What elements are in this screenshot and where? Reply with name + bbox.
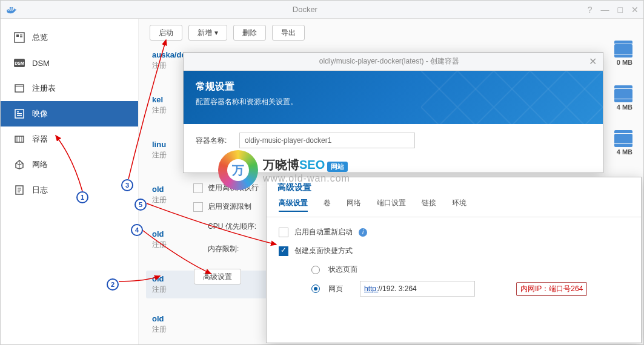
launch-button[interactable]: 启动 bbox=[150, 25, 182, 41]
callout-3: 3 bbox=[121, 179, 133, 191]
svg-rect-0 bbox=[15, 33, 24, 42]
tab-volume[interactable]: 卷 bbox=[324, 198, 331, 212]
create-container-modal: oldiy/music-player-docker(latest) - 创建容器… bbox=[183, 52, 603, 173]
overview-icon bbox=[14, 32, 25, 43]
tab-network[interactable]: 网络 bbox=[347, 198, 361, 212]
add-button[interactable]: 新增 ▾ bbox=[188, 25, 227, 41]
svg-rect-1 bbox=[16, 34, 19, 37]
docker-logo-icon bbox=[5, 5, 18, 14]
banner-subtext: 配置容器名称和资源相关设置。 bbox=[196, 97, 591, 107]
tab-env[interactable]: 环境 bbox=[452, 198, 466, 212]
sidebar-label: DSM bbox=[32, 59, 50, 68]
banner-heading: 常规设置 bbox=[196, 80, 591, 93]
export-button[interactable]: 导出 bbox=[272, 25, 305, 41]
image-icon bbox=[14, 108, 25, 119]
network-icon bbox=[14, 159, 25, 170]
sidebar-item-image[interactable]: 映像 bbox=[1, 101, 138, 126]
image-size: 0 MB bbox=[617, 59, 632, 66]
status-page-label: 状态页面 bbox=[328, 264, 357, 275]
sidebar-label: 日志 bbox=[32, 185, 48, 196]
container-icon bbox=[14, 134, 25, 145]
web-label: 网页 bbox=[328, 284, 351, 294]
sidebar-item-container[interactable]: 容器 bbox=[1, 126, 138, 152]
sidebar-item-dsm[interactable]: DSMDSM bbox=[1, 50, 138, 76]
container-name-input[interactable] bbox=[239, 133, 415, 148]
svg-rect-9 bbox=[17, 113, 22, 114]
image-size: 4 MB bbox=[617, 104, 632, 111]
auto-restart-checkbox[interactable] bbox=[279, 228, 288, 237]
shortcut-checkbox[interactable] bbox=[279, 246, 288, 256]
auto-restart-label: 启用自动重新启动 bbox=[294, 227, 353, 237]
info-icon[interactable]: i bbox=[359, 228, 367, 237]
cpu-label: CPU 优先顺序: bbox=[208, 222, 259, 232]
callout-1: 1 bbox=[76, 191, 88, 203]
callout-5: 5 bbox=[134, 199, 147, 211]
chevron-down-icon: ▾ bbox=[214, 28, 218, 37]
advanced-settings-panel: 高级设置 高级设置 卷 网络 端口设置 链接 环境 启用自动重新启动 i 创建桌… bbox=[266, 177, 642, 343]
ip-port-note: 内网IP：端口号264 bbox=[516, 282, 587, 296]
web-radio[interactable] bbox=[311, 284, 320, 293]
maximize-icon[interactable]: □ bbox=[618, 5, 623, 15]
svg-text:DSM: DSM bbox=[15, 61, 24, 65]
mem-label: 内存限制: bbox=[208, 244, 259, 254]
sidebar-item-registry[interactable]: 注册表 bbox=[1, 76, 138, 101]
svg-rect-8 bbox=[17, 111, 19, 113]
sidebar-label: 注册表 bbox=[32, 83, 56, 94]
container-name-label: 容器名称: bbox=[196, 136, 232, 146]
tab-advanced[interactable]: 高级设置 bbox=[279, 198, 308, 212]
sidebar-label: 容器 bbox=[32, 134, 48, 145]
sidebar-item-log[interactable]: 日志 bbox=[1, 177, 138, 203]
titlebar: Docker ? — □ ✕ bbox=[1, 1, 643, 19]
dsm-icon: DSM bbox=[14, 58, 25, 68]
disk-icon bbox=[614, 89, 632, 99]
tab-link[interactable]: 链接 bbox=[422, 198, 436, 212]
resource-limit-checkbox[interactable] bbox=[193, 202, 203, 212]
window-title: Docker bbox=[22, 5, 588, 14]
close-icon[interactable]: ✕ bbox=[631, 5, 639, 15]
privilege-label: 使用高权限执行 bbox=[208, 183, 259, 193]
modal-titlebar: oldiy/music-player-docker(latest) - 创建容器… bbox=[184, 53, 603, 71]
svg-rect-3 bbox=[20, 36, 22, 38]
tab-port[interactable]: 端口设置 bbox=[377, 198, 406, 212]
modal-banner: 常规设置 配置容器名称和资源相关设置。 bbox=[184, 71, 603, 124]
minimize-icon[interactable]: — bbox=[601, 5, 609, 15]
advanced-settings-button[interactable]: 高级设置 bbox=[194, 269, 241, 284]
resource-limit-label: 启用资源限制 bbox=[208, 202, 251, 212]
help-icon[interactable]: ? bbox=[588, 5, 593, 15]
panel-title: 高级设置 bbox=[267, 177, 641, 198]
callout-4: 4 bbox=[131, 224, 143, 236]
registry-icon bbox=[14, 83, 25, 94]
sidebar: 总览 DSMDSM 注册表 映像 容器 网络 日志 bbox=[1, 19, 139, 344]
status-page-radio[interactable] bbox=[311, 266, 320, 274]
svg-rect-6 bbox=[15, 85, 24, 92]
svg-rect-2 bbox=[20, 34, 22, 36]
delete-button[interactable]: 删除 bbox=[233, 25, 266, 41]
disk-icon bbox=[614, 44, 632, 54]
sidebar-label: 总览 bbox=[32, 32, 48, 43]
url-input[interactable]: http://192. 3:264 bbox=[360, 281, 475, 297]
sidebar-item-overview[interactable]: 总览 bbox=[1, 25, 138, 50]
callout-2: 2 bbox=[107, 278, 119, 291]
disk-icon bbox=[614, 134, 632, 143]
tabs: 高级设置 卷 网络 端口设置 链接 环境 bbox=[267, 198, 641, 217]
log-icon bbox=[14, 185, 25, 196]
sidebar-item-network[interactable]: 网络 bbox=[1, 152, 138, 177]
modal-title: oldiy/music-player-docker(latest) - 创建容器 bbox=[190, 56, 589, 67]
sidebar-label: 网络 bbox=[32, 159, 48, 170]
sidebar-label: 映像 bbox=[32, 108, 48, 119]
privilege-checkbox[interactable] bbox=[193, 183, 203, 193]
image-size: 4 MB bbox=[617, 148, 632, 156]
modal-close-icon[interactable]: ✕ bbox=[589, 56, 597, 67]
shortcut-label: 创建桌面快捷方式 bbox=[294, 246, 353, 256]
toolbar: 启动 新增 ▾ 删除 导出 bbox=[150, 25, 632, 41]
svg-rect-10 bbox=[17, 115, 22, 116]
url-prefix: http: bbox=[364, 284, 378, 293]
url-value: //192. 3:264 bbox=[378, 284, 416, 293]
